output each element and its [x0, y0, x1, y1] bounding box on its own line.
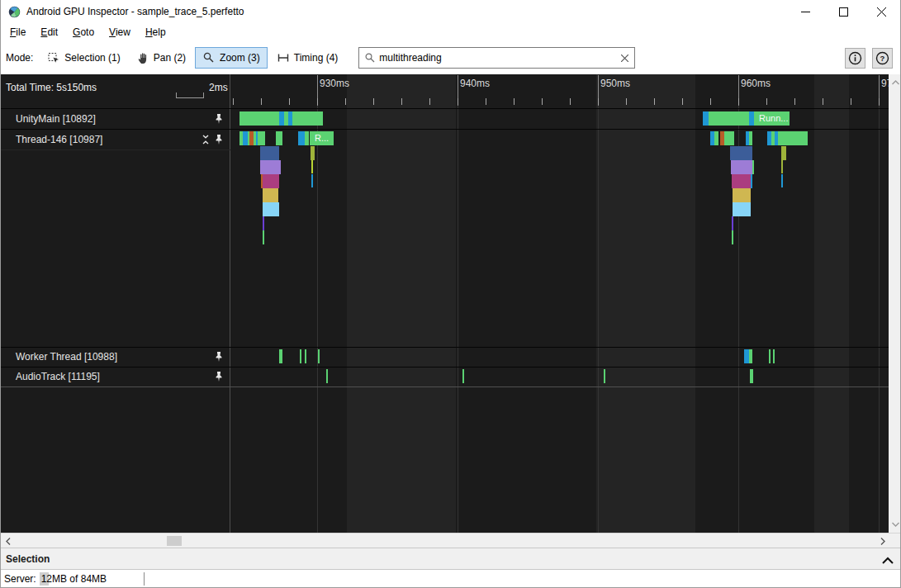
track-row[interactable]: Thread-146 [10987] — [1, 129, 230, 149]
trace-slice[interactable] — [305, 131, 309, 145]
menu-item-goto[interactable]: Goto — [65, 25, 102, 40]
track-row[interactable]: AudioTrack [11195] — [1, 367, 230, 386]
zoom-mode-button[interactable]: Zoom (3) — [195, 47, 268, 69]
scroll-down-button[interactable] — [889, 518, 901, 531]
trace-slice[interactable] — [263, 188, 278, 202]
trace-slice[interactable] — [311, 160, 313, 173]
info-button[interactable] — [845, 48, 865, 69]
search-input[interactable] — [376, 52, 618, 64]
trace-slice[interactable] — [263, 230, 264, 244]
trace-slice[interactable] — [709, 111, 749, 126]
window-title: Android GPU Inspector - sample_trace_5.p… — [26, 6, 244, 17]
trace-slice[interactable] — [462, 369, 464, 383]
trace-slice[interactable] — [752, 160, 754, 174]
pin-icon — [214, 134, 224, 145]
track-icons — [214, 114, 224, 125]
pan-mode-button[interactable]: Pan (2) — [130, 47, 193, 69]
selection-mode-button[interactable]: Selection (1) — [40, 47, 127, 69]
ruler-minor-tick — [261, 98, 262, 105]
trace-slice[interactable] — [263, 202, 279, 216]
trace-slice[interactable] — [781, 146, 786, 160]
track-row[interactable]: UnityMain [10892] — [1, 109, 230, 129]
pin-button[interactable] — [214, 134, 224, 145]
trace-slice[interactable] — [781, 174, 783, 187]
scroll-left-button[interactable] — [2, 534, 14, 548]
scroll-up-button[interactable] — [889, 76, 901, 89]
collapse-button[interactable] — [201, 134, 211, 145]
trace-slice[interactable] — [733, 202, 751, 216]
trace-slice[interactable] — [749, 131, 752, 145]
svg-text:?: ? — [880, 54, 885, 63]
trace-slice[interactable] — [318, 349, 320, 363]
trace-slice[interactable] — [298, 131, 305, 145]
trace-slice[interactable] — [732, 174, 751, 188]
trace-slice[interactable] — [751, 174, 752, 188]
trace-slice[interactable] — [714, 131, 718, 145]
server-memory-progress: 12MB of 84MB — [40, 572, 109, 586]
trace-slice[interactable] — [732, 216, 733, 230]
trace-slice[interactable] — [279, 349, 282, 363]
trace-slice[interactable] — [311, 174, 313, 187]
trace-slice[interactable] — [263, 174, 279, 188]
timing-mode-button[interactable]: Timing (4) — [269, 47, 346, 69]
trace-slice[interactable] — [305, 349, 306, 363]
collapse-icon — [201, 134, 211, 145]
trace-slice[interactable] — [724, 131, 734, 145]
trace-slice[interactable] — [769, 349, 771, 363]
ruler-time-label: 960ms — [741, 78, 771, 89]
trace-slice[interactable]: Runn... — [754, 111, 790, 126]
trace-slice[interactable]: R... — [310, 131, 334, 145]
trace-slice[interactable] — [781, 160, 783, 173]
app-icon — [8, 6, 21, 18]
trace-slice[interactable] — [276, 131, 282, 145]
pin-button[interactable] — [214, 372, 224, 382]
trace-slice[interactable] — [260, 146, 279, 160]
selection-collapse-button[interactable] — [882, 552, 894, 567]
pin-button[interactable] — [214, 114, 224, 125]
trace-slice[interactable] — [279, 111, 284, 126]
scrollbar-thumb[interactable] — [167, 536, 182, 546]
track-label-panel: Total Time: 5s150ms 2ms UnityMain [10892… — [1, 74, 230, 533]
trace-slice[interactable] — [749, 349, 752, 363]
track-row[interactable]: Worker Thread [10988] — [1, 347, 230, 367]
trace-slice[interactable] — [773, 349, 775, 363]
trace-slice[interactable] — [730, 146, 752, 160]
selection-panel-header[interactable]: Selection — [1, 548, 900, 570]
vertical-scrollbar[interactable] — [889, 74, 901, 533]
pin-button[interactable] — [214, 352, 224, 363]
trace-slice[interactable] — [288, 111, 292, 126]
trace-view: 930ms940ms950ms960ms97Runn...R... Total … — [1, 74, 900, 533]
trace-slice[interactable] — [778, 131, 808, 145]
minimize-button[interactable] — [786, 0, 824, 23]
trace-slice[interactable] — [260, 160, 281, 174]
trace-slice[interactable] — [258, 131, 265, 145]
pan-mode-label: Pan (2) — [154, 52, 186, 64]
menu-item-help[interactable]: Help — [138, 25, 173, 40]
pin-icon — [214, 114, 224, 125]
trace-slice[interactable] — [731, 160, 752, 174]
trace-slice[interactable] — [604, 369, 605, 383]
menu-item-edit[interactable]: Edit — [33, 25, 65, 40]
timeline-canvas[interactable]: 930ms940ms950ms960ms97Runn...R... — [230, 74, 889, 533]
highlight-band — [596, 74, 695, 533]
trace-slice[interactable] — [733, 188, 751, 202]
track-icons — [214, 372, 224, 382]
highlight-band — [814, 74, 849, 533]
trace-slice[interactable] — [300, 349, 301, 363]
help-button[interactable]: ? — [872, 48, 893, 69]
search-clear-button[interactable] — [618, 51, 631, 64]
trace-slice[interactable] — [750, 369, 753, 383]
close-button[interactable] — [862, 0, 900, 23]
maximize-button[interactable] — [824, 0, 862, 23]
trace-slice[interactable] — [732, 230, 733, 244]
trace-slice[interactable] — [311, 146, 315, 160]
horizontal-scrollbar[interactable] — [1, 533, 900, 548]
trace-slice[interactable] — [263, 216, 264, 230]
ruler-minor-tick — [710, 98, 711, 105]
scroll-right-button[interactable] — [877, 534, 889, 548]
selection-cursor-icon — [47, 51, 60, 64]
trace-slice[interactable] — [326, 369, 328, 383]
trace-slice[interactable] — [703, 111, 709, 126]
menu-item-view[interactable]: View — [102, 25, 138, 40]
menu-item-file[interactable]: File — [2, 25, 33, 40]
